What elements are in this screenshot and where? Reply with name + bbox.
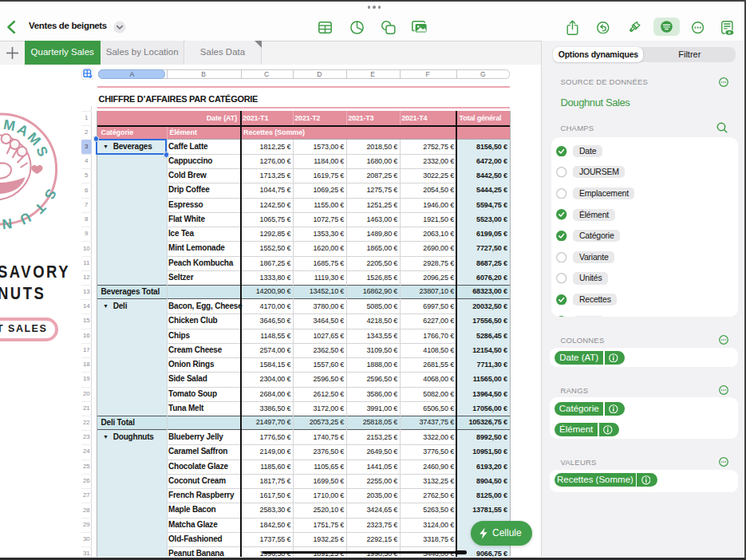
svg-text:S: S [41,187,60,202]
svg-text:U: U [18,209,34,228]
svg-text:N: N [1,215,13,232]
svg-text:M: M [2,116,17,134]
svg-text:S: S [33,144,51,159]
